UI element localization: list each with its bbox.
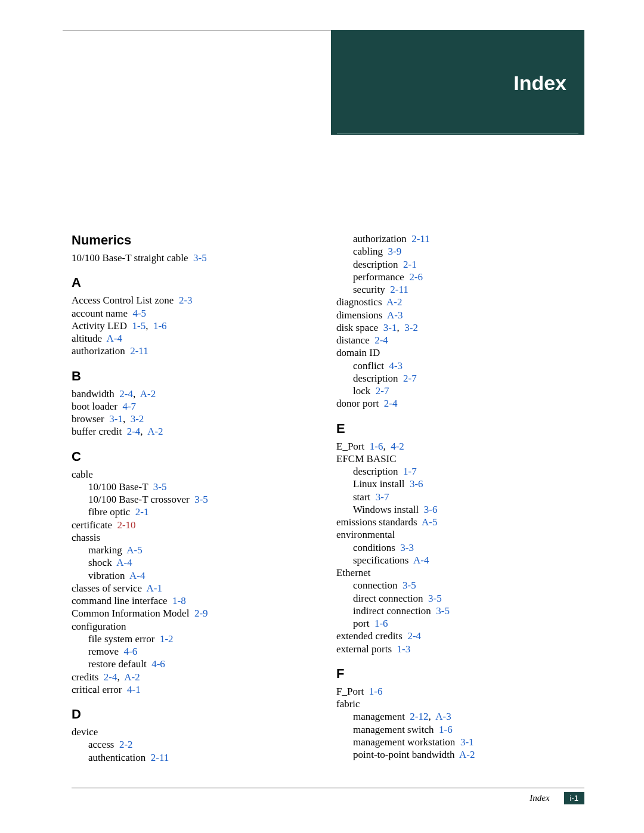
entry-text: restore default xyxy=(88,658,147,670)
page-ref[interactable]: 2-4 xyxy=(119,388,133,400)
section-gap xyxy=(72,358,318,368)
entry-text: vibration xyxy=(88,570,125,581)
page-ref[interactable]: 3-6 xyxy=(424,504,438,515)
page-ref[interactable]: 2-7 xyxy=(403,373,417,384)
index-entry: authentication 2-11 xyxy=(88,751,318,764)
page-ref[interactable]: 3-1 xyxy=(383,322,397,333)
ref-separator: , xyxy=(383,441,391,452)
page-ref[interactable]: 2-11 xyxy=(411,233,430,244)
page-ref[interactable]: 3-5 xyxy=(402,580,416,591)
page-ref[interactable]: 2-11 xyxy=(390,284,408,295)
page-ref[interactable]: 4-3 xyxy=(389,360,402,371)
page-ref[interactable]: 3-5 xyxy=(194,494,208,505)
ref-separator: , xyxy=(123,413,131,425)
page-ref[interactable]: 2-1 xyxy=(403,259,417,270)
page-ref[interactable]: 2-4 xyxy=(374,335,388,346)
page-ref[interactable]: A-2 xyxy=(147,426,163,437)
page-ref[interactable]: 2-10 xyxy=(117,519,135,531)
entry-text: E_Port xyxy=(336,441,364,452)
page-ref[interactable]: 3-3 xyxy=(400,542,414,553)
page-ref[interactable]: 3-5 xyxy=(428,593,442,604)
page-ref[interactable]: 2-4 xyxy=(384,398,398,409)
page-ref[interactable]: 4-5 xyxy=(132,308,146,319)
page-ref[interactable]: A-4 xyxy=(116,557,132,568)
page-ref[interactable]: A-2 xyxy=(124,671,140,683)
index-column-left: Numerics10/100 Base-T straight cable 3-5… xyxy=(72,233,318,775)
page-ref[interactable]: A-4 xyxy=(413,555,429,566)
index-entry: browser 3-1, 3-2 xyxy=(72,413,318,425)
page-ref[interactable]: 3-2 xyxy=(131,413,144,425)
page-ref[interactable]: 3-5 xyxy=(436,605,450,617)
index-entry: 10/100 Base-T straight cable 3-5 xyxy=(72,252,318,264)
index-entry: direct connection 3-5 xyxy=(353,592,583,605)
page-ref[interactable]: 2-2 xyxy=(119,739,133,750)
entry-text: Windows install xyxy=(353,504,419,515)
entry-text: performance xyxy=(353,271,404,283)
page-ref[interactable]: 2-4 xyxy=(127,426,141,437)
page-ref[interactable]: A-5 xyxy=(126,544,142,556)
index-entry: management workstation 3-1 xyxy=(353,736,583,748)
index-entry: donor port 2-4 xyxy=(336,397,583,410)
page-ref[interactable]: 2-1 xyxy=(135,506,149,518)
page-ref[interactable]: 3-9 xyxy=(388,246,402,257)
page-ref[interactable]: 3-1 xyxy=(460,736,474,748)
page-ref[interactable]: 1-3 xyxy=(397,643,411,655)
page-ref[interactable]: A-4 xyxy=(107,333,122,344)
index-entry: fibre optic 2-1 xyxy=(88,506,318,518)
page-ref[interactable]: 1-2 xyxy=(160,633,174,645)
index-entry: Common Information Model 2-9 xyxy=(72,607,318,620)
entry-text: description xyxy=(353,373,398,384)
page-ref[interactable]: 3-5 xyxy=(153,481,167,493)
page-ref[interactable]: 4-2 xyxy=(391,441,404,452)
page-ref[interactable]: 4-7 xyxy=(122,401,136,412)
entry-text: device xyxy=(72,726,98,738)
page-ref[interactable]: A-2 xyxy=(140,388,156,400)
section-gap xyxy=(72,264,318,275)
page-ref[interactable]: 2-11 xyxy=(130,345,148,357)
page-ref[interactable]: 4-6 xyxy=(123,646,137,657)
index-entry: extended credits 2-4 xyxy=(336,630,583,642)
entry-text: management switch xyxy=(353,724,434,735)
section-gap xyxy=(336,761,583,772)
page-ref[interactable]: A-2 xyxy=(459,749,475,760)
page-ref[interactable]: 2-6 xyxy=(409,271,423,283)
page-ref[interactable]: A-4 xyxy=(129,570,145,581)
page-ref[interactable]: 2-3 xyxy=(179,295,193,306)
entry-text: emissions standards xyxy=(336,516,417,528)
page-ref[interactable]: 3-7 xyxy=(376,491,389,503)
page-ref[interactable]: 2-4 xyxy=(407,630,421,642)
page-ref[interactable]: 1-8 xyxy=(172,595,186,606)
page-ref[interactable]: 2-4 xyxy=(104,671,117,683)
header-banner: Index xyxy=(331,30,584,135)
page-ref[interactable]: 3-1 xyxy=(109,413,123,425)
entry-text: authentication xyxy=(88,752,145,763)
index-entry: restore default 4-6 xyxy=(88,658,318,670)
entry-text: diagnostics xyxy=(336,296,382,308)
page-ref[interactable]: 2-12 xyxy=(410,711,428,722)
page-ref[interactable]: 4-1 xyxy=(127,684,141,695)
page-ref[interactable]: 3-5 xyxy=(193,252,207,264)
index-entry: device xyxy=(72,726,318,738)
entry-text: disk space xyxy=(336,322,378,333)
page-ref[interactable]: 3-2 xyxy=(404,322,418,333)
page-ref[interactable]: A-3 xyxy=(387,309,402,321)
page-ref[interactable]: A-5 xyxy=(422,516,437,528)
index-entry: marking A-5 xyxy=(88,544,318,556)
page-ref[interactable]: 1-6 xyxy=(370,441,383,452)
page-ref[interactable]: 2-7 xyxy=(376,385,389,397)
page-ref[interactable]: 1-6 xyxy=(374,618,388,629)
page-ref[interactable]: 2-9 xyxy=(194,608,208,619)
page-ref[interactable]: 3-6 xyxy=(410,478,423,490)
page-ref[interactable]: 1-5 xyxy=(132,320,146,332)
page-ref[interactable]: 1-6 xyxy=(153,320,167,332)
page-ref[interactable]: 1-7 xyxy=(403,466,417,477)
page-ref[interactable]: A-1 xyxy=(147,583,162,594)
page-ref[interactable]: 2-11 xyxy=(151,752,169,763)
page-ref[interactable]: 1-6 xyxy=(439,724,453,735)
index-entry: point-to-point bandwidth A-2 xyxy=(353,748,583,761)
page-ref[interactable]: 1-6 xyxy=(369,686,383,697)
page-ref[interactable]: 4-6 xyxy=(151,658,165,670)
page-ref[interactable]: A-3 xyxy=(435,711,451,722)
index-entry: cabling 3-9 xyxy=(353,245,583,258)
page-ref[interactable]: A-2 xyxy=(386,296,402,308)
